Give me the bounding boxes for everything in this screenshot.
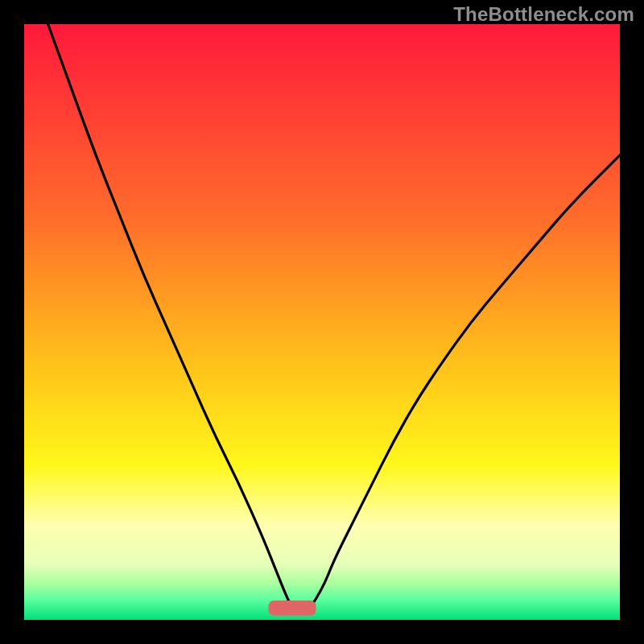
- watermark-text: TheBottleneck.com: [453, 3, 634, 26]
- gradient-background: [24, 24, 620, 620]
- optimum-marker: [268, 601, 316, 616]
- plot-area: [24, 24, 620, 620]
- chart-container: TheBottleneck.com: [0, 0, 644, 644]
- chart-svg: [24, 24, 620, 620]
